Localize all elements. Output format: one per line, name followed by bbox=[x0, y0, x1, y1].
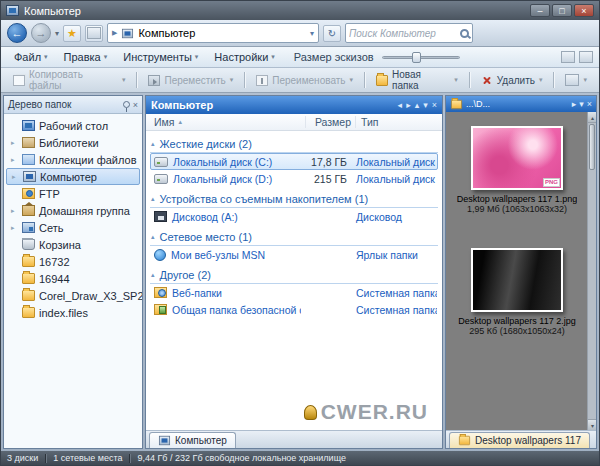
file-row-msn[interactable]: Мои веб-узлы MSN Ярлык папки bbox=[150, 246, 438, 263]
extra-tool-button[interactable]: ▾ bbox=[559, 71, 593, 89]
file-row-floppy-a[interactable]: Дисковод (A:) Дисковод bbox=[150, 208, 438, 225]
toolbar-separator bbox=[244, 72, 245, 88]
chevron-down-icon: ▾ bbox=[122, 76, 126, 84]
scrollbar-thumb[interactable] bbox=[589, 124, 595, 170]
nav-left-icon[interactable]: ◂ bbox=[398, 100, 403, 110]
column-type[interactable]: Тип bbox=[356, 116, 442, 128]
search-input[interactable] bbox=[349, 28, 460, 39]
expander-icon[interactable]: ▸ bbox=[12, 173, 19, 181]
delete-button[interactable]: Удалить ▾ bbox=[475, 72, 549, 89]
delete-icon bbox=[481, 75, 493, 86]
search-icon[interactable] bbox=[460, 29, 469, 38]
panel-toggle-icon[interactable] bbox=[579, 51, 593, 63]
panel-close-icon[interactable]: × bbox=[587, 99, 592, 109]
refresh-button[interactable]: ↻ bbox=[323, 25, 341, 42]
tab-computer[interactable]: Компьютер bbox=[149, 432, 236, 448]
tree-item-folder[interactable]: 16944 bbox=[4, 270, 142, 287]
tree-item-folder[interactable]: 16732 bbox=[4, 253, 142, 270]
collapse-icon[interactable]: ▴ bbox=[151, 233, 155, 241]
thumbnail-frame[interactable]: PNG bbox=[471, 126, 563, 190]
title-bar[interactable]: Компьютер – □ × bbox=[1, 1, 599, 20]
slider-track[interactable] bbox=[382, 56, 460, 59]
file-row-secure-folder[interactable]: Общая папка безопасной среды Системная п… bbox=[150, 301, 438, 318]
tree-item-ftp[interactable]: FTP bbox=[4, 185, 142, 202]
menu-tools[interactable]: Инструменты▾ bbox=[116, 49, 205, 65]
copy-files-button[interactable]: Копировать файлы ▾ bbox=[7, 66, 131, 94]
layout-icon[interactable] bbox=[561, 51, 575, 63]
folder-icon bbox=[459, 435, 470, 444]
group-other[interactable]: ▴ Другое (2) bbox=[150, 268, 438, 284]
back-button[interactable]: ← bbox=[7, 23, 27, 43]
slider-thumb[interactable] bbox=[412, 52, 421, 63]
views-button[interactable] bbox=[85, 25, 103, 42]
move-button[interactable]: Переместить ▾ bbox=[142, 72, 239, 89]
group-removable[interactable]: ▴ Устройства со съемным накопителем (1) bbox=[150, 192, 438, 208]
tree-item-desktop[interactable]: Рабочий стол bbox=[4, 117, 142, 134]
tree-item-network[interactable]: ▸Сеть bbox=[4, 219, 142, 236]
expander-icon[interactable]: ▸ bbox=[11, 207, 18, 215]
nav-up-icon[interactable]: ▴ bbox=[415, 100, 420, 110]
tree-item-collections[interactable]: ▸Коллекции файлов bbox=[4, 151, 142, 168]
wallpaper-2-thumbnail[interactable] bbox=[473, 250, 561, 310]
tree-panel-header[interactable]: Дерево папок × bbox=[4, 96, 142, 114]
scroll-up-icon[interactable]: ▴ bbox=[588, 112, 596, 123]
expander-icon[interactable]: ▸ bbox=[11, 156, 18, 164]
chevron-down-icon: ▾ bbox=[44, 53, 48, 61]
floppy-drive-icon bbox=[154, 211, 167, 222]
file-row-web-folders[interactable]: Веб-папки Системная папка bbox=[150, 284, 438, 301]
nav-right-icon[interactable]: ▸ bbox=[572, 99, 577, 109]
file-panel-header[interactable]: Компьютер ◂ ▸ ▴ ▾ × bbox=[146, 96, 442, 114]
favorites-star-icon[interactable]: ★ bbox=[63, 25, 81, 42]
tree-item-homegroup[interactable]: ▸Домашняя группа bbox=[4, 202, 142, 219]
nav-right-icon[interactable]: ▸ bbox=[406, 100, 411, 110]
panel-close-icon[interactable]: × bbox=[133, 100, 138, 110]
minimize-button[interactable]: – bbox=[530, 4, 550, 17]
scroll-down-icon[interactable]: ▾ bbox=[588, 419, 596, 430]
breadcrumb-arrow-icon[interactable]: ▶ bbox=[112, 29, 117, 37]
pin-icon[interactable] bbox=[123, 101, 130, 108]
file-row-disk-c[interactable]: Локальный диск (C:) 17,8 ГБ Локальный ди… bbox=[150, 153, 438, 170]
collapse-icon[interactable]: ▴ bbox=[151, 140, 155, 148]
expander-icon[interactable]: ▸ bbox=[11, 139, 18, 147]
maximize-button[interactable]: □ bbox=[552, 4, 572, 17]
file-row-disk-d[interactable]: Локальный диск (D:) 215 ГБ Локальный дис… bbox=[150, 170, 438, 187]
column-size[interactable]: Размер bbox=[306, 116, 356, 128]
network-icon bbox=[22, 222, 35, 233]
group-hard-disks[interactable]: ▴ Жесткие диски (2) bbox=[150, 137, 438, 153]
wallpaper-1-thumbnail[interactable]: PNG bbox=[473, 128, 561, 188]
collapse-icon[interactable]: ▴ bbox=[151, 195, 155, 203]
tree-item-folder[interactable]: index.files bbox=[4, 304, 142, 321]
computer-icon bbox=[23, 171, 36, 182]
address-bar[interactable]: ▶ Компьютер ▾ bbox=[107, 23, 319, 43]
forward-button[interactable]: → bbox=[31, 23, 51, 43]
collapse-icon[interactable]: ▴ bbox=[151, 271, 155, 279]
history-dropdown-icon[interactable]: ▾ bbox=[55, 29, 59, 38]
tree-item-libraries[interactable]: ▸Библиотеки bbox=[4, 134, 142, 151]
app-icon bbox=[6, 5, 19, 16]
tree-item-computer[interactable]: ▸Компьютер bbox=[6, 168, 140, 185]
rename-button[interactable]: Переименовать ▾ bbox=[250, 72, 359, 89]
nav-down-icon[interactable]: ▾ bbox=[579, 99, 584, 109]
breadcrumb[interactable]: Компьютер bbox=[138, 27, 195, 39]
group-network-place[interactable]: ▴ Сетевое место (1) bbox=[150, 230, 438, 246]
thumbnail-item[interactable]: Desktop wallpapers 117 2.jpg 295 Кб (168… bbox=[450, 248, 584, 336]
nav-down-icon[interactable]: ▾ bbox=[423, 100, 428, 110]
expander-icon[interactable]: ▸ bbox=[11, 224, 18, 232]
menu-settings[interactable]: Настройки▾ bbox=[207, 49, 281, 65]
thumbnail-size-slider[interactable] bbox=[382, 50, 460, 64]
preview-panel-header[interactable]: ...\D... ▸ ▾ × bbox=[446, 96, 596, 112]
column-name[interactable]: Имя▴ bbox=[146, 116, 306, 128]
tab-desktop-wallpapers[interactable]: Desktop wallpapers 117 bbox=[449, 432, 590, 448]
panel-close-icon[interactable]: × bbox=[432, 100, 437, 110]
thumbnail-item[interactable]: PNG Desktop wallpapers 117 1.png 1,99 Мб… bbox=[450, 126, 584, 214]
menu-file[interactable]: Файл▾ bbox=[7, 49, 55, 65]
address-dropdown-icon[interactable]: ▾ bbox=[310, 29, 314, 38]
close-button[interactable]: × bbox=[574, 4, 594, 17]
scrollbar[interactable]: ▴ ▾ bbox=[587, 112, 596, 430]
thumbnail-frame[interactable] bbox=[471, 248, 563, 312]
menu-edit[interactable]: Правка▾ bbox=[57, 49, 115, 65]
search-box[interactable] bbox=[345, 23, 473, 43]
new-folder-button[interactable]: Новая папка ▾ bbox=[370, 66, 464, 94]
tree-item-folder[interactable]: Corel_Draw_X3_SP2 bbox=[4, 287, 142, 304]
tree-item-recyclebin[interactable]: Корзина bbox=[4, 236, 142, 253]
